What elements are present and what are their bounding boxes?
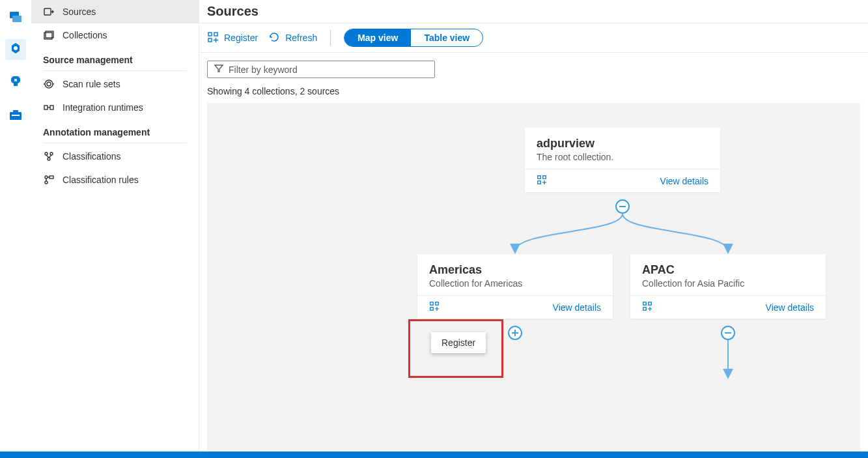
svg-rect-24 [538, 181, 540, 184]
register-grid-icon[interactable] [642, 301, 652, 313]
sidebar-heading-anno-mgmt: Annotation management [31, 119, 199, 141]
card-desc: Collection for Asia Pacific [642, 278, 814, 289]
main: Sources Register Refresh Map view Table … [199, 0, 868, 458]
card-desc: The root collection. [537, 152, 708, 162]
sidebar: Sources Collections Source management Sc… [31, 0, 199, 458]
card-title: Americas [429, 263, 601, 277]
svg-point-15 [48, 158, 50, 160]
sidebar-label: Collections [63, 30, 107, 40]
sidebar-label: Integration runtimes [63, 102, 143, 113]
svg-rect-21 [208, 38, 212, 42]
filter-box[interactable] [207, 61, 435, 78]
register-label: Register [224, 33, 258, 43]
toolbar: Register Refresh Map view Table view [199, 23, 868, 53]
svg-rect-4 [13, 110, 18, 113]
view-toggle: Map view Table view [344, 29, 483, 47]
bottom-bar [0, 451, 868, 458]
map-canvas[interactable]: adpurview The root collection. View deta… [207, 103, 860, 450]
refresh-button[interactable]: Refresh [268, 31, 317, 45]
svg-point-9 [45, 80, 53, 88]
svg-rect-11 [44, 106, 48, 109]
sidebar-item-scan-rule-sets[interactable]: Scan rule sets [31, 72, 199, 96]
rail-insights-icon[interactable] [5, 72, 26, 93]
scan-rule-sets-icon [43, 78, 55, 90]
icon-rail [0, 0, 31, 458]
rail-management-icon[interactable] [5, 104, 26, 125]
svg-rect-6 [44, 8, 51, 15]
filter-icon [214, 64, 223, 75]
classifications-icon [43, 150, 55, 162]
rail-data-icon[interactable] [5, 7, 26, 27]
svg-point-14 [50, 152, 53, 155]
rail-map-icon[interactable] [5, 39, 26, 60]
collapse-toggle-root[interactable] [615, 199, 630, 214]
svg-rect-1 [12, 16, 21, 22]
register-grid-icon[interactable] [537, 175, 547, 187]
sidebar-item-collections[interactable]: Collections [31, 23, 199, 47]
svg-rect-29 [649, 302, 651, 305]
collections-icon [43, 29, 55, 41]
page-title: Sources [199, 0, 868, 23]
divider [43, 143, 187, 143]
table-view-tab[interactable]: Table view [411, 29, 483, 46]
summary-text: Showing 4 collections, 2 sources [199, 83, 868, 103]
register-grid-icon[interactable] [429, 301, 440, 313]
svg-rect-22 [538, 176, 540, 179]
card-root[interactable]: adpurview The root collection. View deta… [525, 128, 720, 192]
svg-rect-19 [208, 33, 212, 36]
sidebar-label: Scan rule sets [63, 79, 120, 89]
svg-point-2 [14, 46, 18, 50]
integration-runtimes-icon [43, 102, 55, 113]
register-button[interactable]: Register [207, 31, 258, 45]
card-desc: Collection for Americas [429, 278, 601, 289]
refresh-label: Refresh [285, 33, 317, 43]
card-title: APAC [642, 263, 814, 277]
sidebar-item-sources[interactable]: Sources [31, 0, 199, 23]
refresh-icon [268, 31, 280, 45]
sidebar-label: Classifications [63, 151, 120, 162]
sidebar-item-classifications[interactable]: Classifications [31, 145, 199, 168]
sidebar-heading-source-mgmt: Source management [31, 47, 199, 69]
svg-point-13 [45, 152, 48, 155]
svg-rect-17 [49, 176, 53, 179]
svg-rect-12 [50, 106, 53, 109]
filter-input[interactable] [229, 64, 428, 75]
svg-rect-23 [543, 176, 546, 179]
svg-rect-28 [643, 302, 646, 305]
view-details-link[interactable]: View details [553, 302, 601, 313]
svg-rect-26 [436, 302, 438, 305]
classification-rules-icon [43, 174, 55, 186]
svg-rect-25 [430, 302, 433, 305]
divider [43, 70, 187, 71]
view-details-link[interactable]: View details [660, 176, 708, 186]
toolbar-divider [330, 30, 331, 46]
sidebar-item-classification-rules[interactable]: Classification rules [31, 168, 199, 192]
svg-rect-27 [430, 308, 433, 310]
expand-toggle-americas[interactable] [508, 326, 522, 340]
svg-rect-5 [12, 115, 20, 116]
register-tooltip: Register [431, 332, 486, 353]
map-view-tab[interactable]: Map view [344, 29, 411, 46]
sidebar-label: Classification rules [63, 175, 139, 185]
sidebar-item-integration-runtimes[interactable]: Integration runtimes [31, 96, 199, 119]
view-details-link[interactable]: View details [766, 302, 814, 313]
collapse-toggle-apac[interactable] [721, 326, 735, 340]
svg-point-10 [47, 82, 51, 86]
sidebar-label: Sources [63, 7, 96, 17]
card-title: adpurview [537, 137, 708, 150]
svg-rect-30 [643, 308, 646, 310]
card-americas[interactable]: Americas Collection for Americas View de… [417, 254, 613, 319]
svg-point-16 [45, 176, 48, 179]
sources-icon [43, 6, 55, 18]
card-apac[interactable]: APAC Collection for Asia Pacific View de… [630, 254, 826, 319]
svg-rect-20 [214, 33, 217, 36]
register-icon [207, 31, 219, 45]
svg-point-18 [45, 181, 48, 184]
